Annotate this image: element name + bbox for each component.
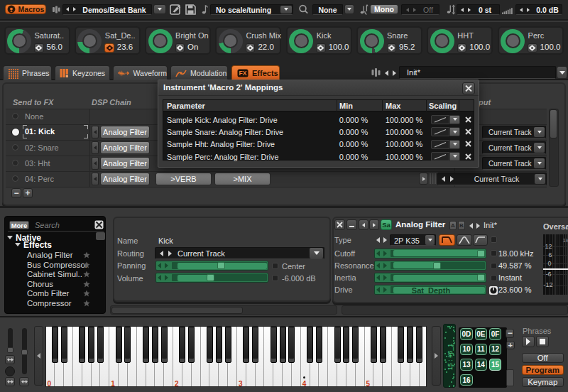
svg-text:FX: FX <box>239 70 247 77</box>
